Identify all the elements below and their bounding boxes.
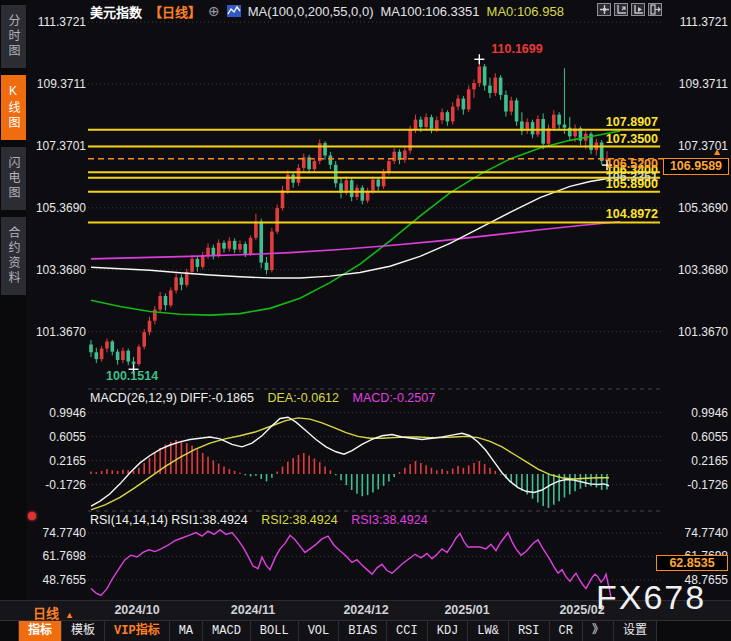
chart-toolbar [597, 3, 662, 16]
candle-body [238, 244, 242, 250]
candle-body [414, 120, 418, 130]
tab-CCI[interactable]: CCI [387, 621, 428, 641]
candle-body [541, 119, 545, 144]
chart-canvas[interactable] [0, 0, 731, 600]
candle-body [95, 352, 99, 359]
candle-body [451, 107, 455, 122]
candlestick-series [89, 59, 609, 369]
tab-VOL[interactable]: VOL [299, 621, 340, 641]
price-axis-label-right: 105.3690 [664, 200, 728, 216]
high-price-annotation: 110.1699 [462, 42, 572, 56]
candle-body [121, 351, 125, 360]
rsi-axis-label-right: 74.7740 [664, 525, 728, 541]
macd-header: MACD(26,12,9) DIFF:-0.1865 DEA:-0.0612 M… [90, 391, 435, 405]
candle-body [233, 241, 237, 250]
tab-MACD[interactable]: MACD [203, 621, 251, 641]
tab-BOLL[interactable]: BOLL [251, 621, 299, 641]
tab-CR[interactable]: CR [550, 621, 583, 641]
triangle-up-icon: ▲ [65, 610, 74, 620]
macd-axis-label-left: 0.9946 [28, 405, 86, 421]
level-label-107.8907: 107.8907 [556, 115, 658, 130]
tab-BIAS[interactable]: BIAS [339, 621, 387, 641]
candle-body [424, 117, 428, 127]
ma-chart-icon [227, 5, 241, 17]
candle-body [281, 190, 285, 208]
candle-body [142, 332, 146, 347]
tab-RSI[interactable]: RSI [509, 621, 550, 641]
candle-body [376, 180, 380, 187]
rsi-line [91, 530, 611, 598]
candle-body [132, 362, 136, 364]
macd-dea-line [91, 418, 609, 510]
month-label-2024/11: 2024/11 [213, 603, 293, 617]
candle-body [472, 83, 476, 89]
crosshair-icon[interactable] [597, 3, 611, 16]
candle-body [148, 321, 152, 332]
sidebar-item-闪电图[interactable]: 闪电图 [1, 147, 26, 210]
rsi2-label: RSI2:38.4924 [261, 513, 337, 527]
sidebar-chart-modes: 分时图K线图闪电图合约资料 [0, 0, 27, 600]
level-label-105.8900: 105.8900 [556, 177, 658, 192]
price-axis-label-right: 109.3711 [664, 76, 728, 92]
tab-MA[interactable]: MA [170, 621, 203, 641]
symbol-title: 美元指数 [90, 2, 142, 21]
candle-body [456, 99, 460, 107]
candle-body [196, 259, 200, 267]
tab-模板[interactable]: 模板 [62, 621, 105, 641]
rsi1-label: RSI(14,14,14) RSI1:38.4924 [90, 513, 248, 527]
tab-VIP指标[interactable]: VIP指标 [105, 621, 170, 641]
candle-body [126, 351, 130, 362]
candle-body [509, 100, 513, 111]
macd-dea-label: DEA:-0.0612 [267, 391, 339, 405]
price-axis-label-right: 101.3670 [664, 324, 728, 340]
axis-play-icon[interactable] [631, 3, 645, 16]
pane-expand-icon[interactable] [648, 3, 662, 16]
tab-指标[interactable]: 指标 [18, 621, 62, 641]
level-label-107.3500: 107.3500 [556, 132, 658, 147]
price-axis-label-left: 103.3680 [28, 262, 86, 278]
tab-设置[interactable]: 设置 [614, 621, 657, 641]
candle-body [249, 238, 253, 254]
sidebar-item-K线图[interactable]: K线图 [1, 75, 26, 140]
ma100-value-label: MA100:106.3351 [381, 4, 480, 19]
candle-body [536, 119, 540, 134]
month-label-2025/01: 2025/01 [427, 603, 507, 617]
candle-body [323, 143, 327, 155]
candle-body [440, 112, 444, 120]
axis-zoom-icon[interactable] [614, 3, 628, 16]
macd-axis-label-right: 0.2165 [664, 453, 728, 469]
rsi-value-badge: 62.8535 [656, 555, 728, 571]
candle-body [392, 152, 396, 161]
add-indicator-icon[interactable]: ⊕ [208, 3, 220, 19]
candle-body [329, 156, 333, 165]
sidebar-item-合约资料[interactable]: 合约资料 [1, 217, 26, 295]
price-arrow-icon[interactable]: ▲ [712, 146, 722, 157]
chart-header: 美元指数 【日线】 ⊕ MA(100,0,200,55,0,0) MA100:1… [90, 2, 564, 20]
price-axis-label-left: 111.3721 [28, 14, 86, 30]
candle-body [243, 244, 247, 254]
candle-body [259, 222, 263, 263]
macd-axis-label-right: -0.1726 [664, 477, 728, 493]
candle-body [164, 296, 168, 305]
candle-body [212, 248, 216, 255]
ma0-value-label: MA0:106.958 [487, 4, 564, 19]
candle-body [116, 352, 120, 360]
candle-body [270, 232, 274, 270]
price-axis-label-left: 105.3690 [28, 200, 86, 216]
panel-resize-icon[interactable] [28, 512, 36, 520]
candle-body [297, 168, 301, 183]
candle-body [478, 66, 482, 83]
candle-body [265, 263, 269, 270]
tab-KDJ[interactable]: KDJ [428, 621, 469, 641]
macd-macd-label: MACD:-0.2507 [353, 391, 436, 405]
price-axis-label-left: 101.3670 [28, 324, 86, 340]
macd-axis-label-right: 0.6055 [664, 429, 728, 445]
tab-》[interactable]: 》 [583, 621, 614, 641]
candle-body [100, 349, 104, 360]
candle-body [504, 95, 508, 112]
candle-body [350, 180, 354, 197]
tab-LW&[interactable]: LW& [468, 621, 509, 641]
sidebar-item-分时图[interactable]: 分时图 [1, 5, 26, 68]
candle-body [313, 161, 317, 169]
period-tag: 【日线】 [149, 2, 201, 21]
